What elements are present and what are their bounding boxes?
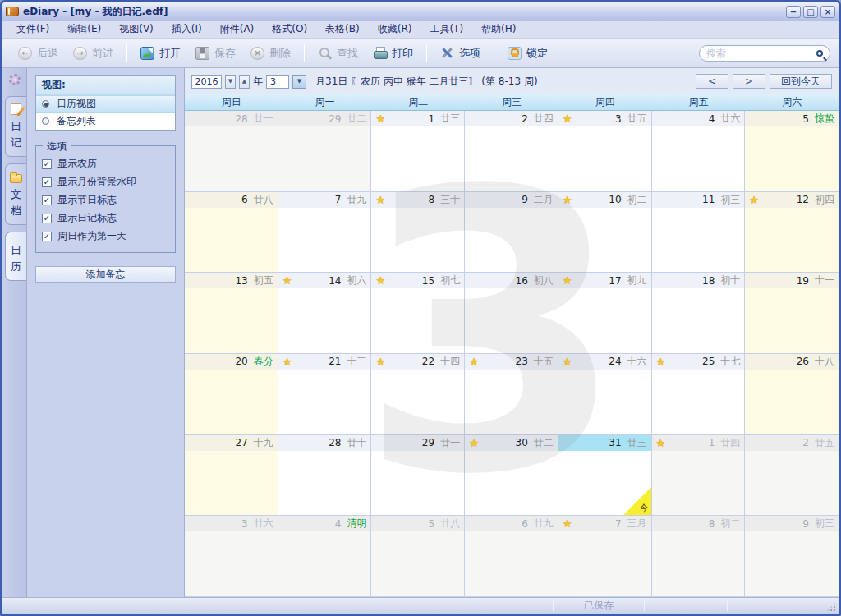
calendar-cell[interactable]: 6廿八 xyxy=(185,192,278,274)
calendar-cell[interactable]: 4清明 xyxy=(278,516,372,597)
calendar-cell[interactable]: ★30廿二 xyxy=(465,435,558,517)
menu-item[interactable]: 表格(B) xyxy=(316,21,369,38)
calendar-cell[interactable]: ★17初九 xyxy=(558,273,652,354)
search-input[interactable] xyxy=(706,48,813,59)
side-tab-diary[interactable]: 日记 xyxy=(5,96,26,157)
calendar-cell[interactable]: ★1廿三 xyxy=(371,111,465,192)
menu-item[interactable]: 文件(F) xyxy=(7,21,58,38)
year-spin-down-button[interactable]: ▼ xyxy=(225,75,236,89)
prev-month-button[interactable]: < xyxy=(696,74,728,89)
calendar-cell[interactable]: 20春分 xyxy=(185,354,278,435)
calendar-cell[interactable]: ★21十三 xyxy=(278,354,372,435)
menu-item[interactable]: 帮助(H) xyxy=(472,21,525,38)
option-checkbox[interactable]: ✓显示月份背景水印 xyxy=(42,175,169,189)
toolbar-button-label: 打印 xyxy=(392,46,413,61)
search-icon[interactable] xyxy=(816,50,823,57)
calendar-cell[interactable]: 13初五 xyxy=(185,273,278,354)
calendar-cell[interactable]: ★23十五 xyxy=(465,354,558,435)
calendar-cell[interactable]: ★8三十 xyxy=(371,192,465,274)
print-button[interactable]: 打印 xyxy=(365,43,420,64)
calendar-cell[interactable]: 18初十 xyxy=(652,273,746,354)
find-button[interactable]: 查找 xyxy=(310,43,365,64)
calendar-cell[interactable]: 27十九 xyxy=(185,435,278,517)
calendar-cell[interactable]: 5惊蛰 xyxy=(745,111,839,192)
menu-item[interactable]: 插入(I) xyxy=(163,21,211,38)
calendar-cell[interactable]: 31廿三今 xyxy=(558,435,652,517)
settings-button[interactable] xyxy=(9,73,21,89)
forward-icon: → xyxy=(73,47,87,60)
calendar-cell[interactable]: 2廿五 xyxy=(745,435,839,517)
forward-button[interactable]: →前进 xyxy=(66,43,121,64)
view-option[interactable]: 备忘列表 xyxy=(36,113,175,130)
side-tab-docs[interactable]: 文档 xyxy=(5,163,26,225)
save-button[interactable]: 保存 xyxy=(188,43,243,64)
calendar-cell[interactable]: 3廿六 xyxy=(185,516,278,597)
close-button[interactable]: × xyxy=(820,6,835,18)
view-option[interactable]: 日历视图 xyxy=(36,95,175,113)
month-field[interactable]: 3 xyxy=(266,75,289,89)
calendar-cell[interactable]: ★22十四 xyxy=(371,354,465,435)
option-checkbox[interactable]: ✓显示日记标志 xyxy=(42,211,169,225)
cell-day: 7 xyxy=(335,194,342,205)
calendar-cell[interactable]: ★24十六 xyxy=(558,354,652,435)
calendar-cell[interactable]: 5廿八 xyxy=(371,516,465,597)
cell-day: 25 xyxy=(702,356,715,367)
add-memo-button[interactable]: 添加备忘 xyxy=(35,266,176,283)
options-button[interactable]: 选项 xyxy=(433,43,488,64)
lock-button[interactable]: 锁定 xyxy=(500,43,555,64)
option-checkbox[interactable]: ✓周日作为第一天 xyxy=(42,229,169,243)
next-month-button[interactable]: > xyxy=(733,74,765,89)
calendar-cell[interactable]: 4廿六 xyxy=(652,111,746,192)
calendar-cell[interactable]: 8初二 xyxy=(652,516,746,597)
resize-grip[interactable] xyxy=(826,602,836,612)
calendar-cell[interactable]: ★15初七 xyxy=(371,273,465,354)
cell-header: 5惊蛰 xyxy=(745,111,839,126)
calendar-cell[interactable]: ★14初六 xyxy=(278,273,372,354)
calendar-cell[interactable]: 11初三 xyxy=(652,192,746,274)
calendar-cell[interactable]: ★7三月 xyxy=(558,516,652,597)
menu-item[interactable]: 编辑(E) xyxy=(58,21,110,38)
side-tab-calendar[interactable]: 日历 xyxy=(5,232,26,281)
cell-day: 31 xyxy=(609,437,621,448)
calendar-cell[interactable]: 28廿十 xyxy=(278,435,372,517)
diary-icon xyxy=(11,103,21,115)
menu-item[interactable]: 附件(A) xyxy=(211,21,264,38)
calendar-cell[interactable]: 9二月 xyxy=(465,192,558,274)
cell-header: ★15初七 xyxy=(371,273,464,288)
back-icon: ← xyxy=(18,47,32,60)
maximize-button[interactable]: □ xyxy=(803,6,818,18)
calendar-cell[interactable]: 29廿一 xyxy=(371,435,465,517)
back-to-today-button[interactable]: 回到今天 xyxy=(770,74,832,89)
options-groupbox-label: 选项 xyxy=(43,140,71,154)
calendar-cell[interactable]: 28廿一 xyxy=(185,111,278,192)
open-button[interactable]: 打开 xyxy=(133,43,188,64)
calendar-cell[interactable]: ★25十七 xyxy=(652,354,746,435)
calendar-cell[interactable]: 19十一 xyxy=(745,273,839,354)
option-checkbox[interactable]: ✓显示节日标志 xyxy=(42,193,169,207)
menu-item[interactable]: 收藏(R) xyxy=(369,21,421,38)
calendar-cell[interactable]: ★3廿五 xyxy=(558,111,652,192)
year-field[interactable]: 2016 xyxy=(191,75,222,89)
calendar-cell[interactable]: ★1廿四 xyxy=(652,435,746,517)
back-button[interactable]: ←后退 xyxy=(11,43,66,64)
calendar-cell[interactable]: 7廿九 xyxy=(278,192,372,274)
calendar-cell[interactable]: 26十八 xyxy=(745,354,839,435)
cell-header: 4廿六 xyxy=(652,111,745,126)
delete-button[interactable]: ×删除 xyxy=(243,43,298,64)
calendar-cell[interactable]: ★10初二 xyxy=(558,192,652,274)
calendar-cell[interactable]: 2廿四 xyxy=(465,111,558,192)
option-checkbox[interactable]: ✓显示农历 xyxy=(42,157,169,171)
calendar-cell[interactable]: 9初三 xyxy=(745,516,839,597)
cell-header: 28廿十 xyxy=(278,435,371,451)
calendar-cell[interactable]: 16初八 xyxy=(465,273,558,354)
cell-header: 2廿四 xyxy=(465,111,558,126)
month-dropdown-button[interactable]: ▼ xyxy=(292,75,306,89)
menu-item[interactable]: 工具(T) xyxy=(420,21,472,38)
year-spin-up-button[interactable]: ▲ xyxy=(239,75,250,89)
calendar-cell[interactable]: ★12初四 xyxy=(745,192,839,274)
menu-item[interactable]: 格式(O) xyxy=(263,21,316,38)
menu-item[interactable]: 视图(V) xyxy=(110,21,163,38)
calendar-cell[interactable]: 29廿二 xyxy=(278,111,372,192)
calendar-cell[interactable]: 6廿九 xyxy=(465,516,558,597)
minimize-button[interactable]: − xyxy=(786,6,801,18)
